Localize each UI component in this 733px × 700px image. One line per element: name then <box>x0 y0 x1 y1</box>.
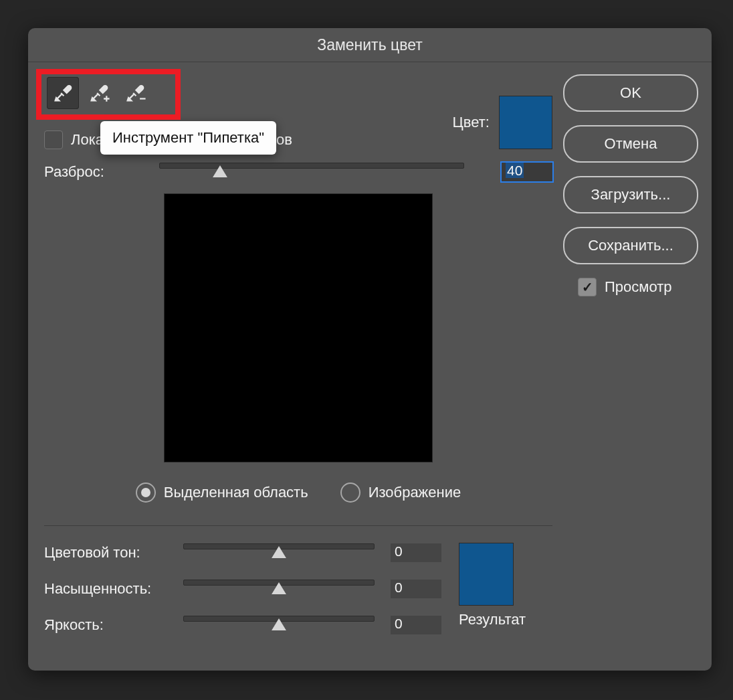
radio-image-indicator <box>340 483 360 503</box>
load-button[interactable]: Загрузить... <box>563 176 698 213</box>
radio-selection-indicator <box>136 483 156 503</box>
eyedropper-subtract-tool[interactable] <box>119 77 151 109</box>
hue-thumb[interactable] <box>272 546 286 558</box>
hue-slider[interactable] <box>183 543 375 562</box>
lightness-label: Яркость: <box>44 616 183 634</box>
fuzziness-slider[interactable] <box>159 163 464 181</box>
result-color-swatch[interactable] <box>459 543 514 606</box>
fuzziness-label: Разброс: <box>44 163 159 181</box>
result-label: Результат <box>459 611 559 628</box>
eyedropper-icon <box>51 82 74 104</box>
preview-checkbox-label: Просмотр <box>605 278 671 296</box>
lightness-thumb[interactable] <box>272 618 286 630</box>
lightness-slider[interactable] <box>183 616 375 634</box>
saturation-slider[interactable] <box>183 580 375 598</box>
eyedropper-minus-icon <box>124 82 146 104</box>
save-button[interactable]: Сохранить... <box>563 227 698 264</box>
eyedropper-add-tool[interactable] <box>83 77 115 109</box>
localized-clusters-checkbox[interactable] <box>44 130 63 149</box>
eyedropper-tooltip: Инструмент "Пипетка" <box>100 121 276 155</box>
hue-field[interactable]: 0 <box>391 543 441 562</box>
preview-checkbox[interactable]: ✓ <box>578 278 597 296</box>
ok-button[interactable]: OK <box>563 74 698 112</box>
fuzziness-thumb[interactable] <box>213 165 227 177</box>
lightness-field[interactable]: 0 <box>391 616 441 634</box>
radio-image[interactable]: Изображение <box>340 483 461 503</box>
replace-color-dialog[interactable]: Заменить цвет <box>28 28 712 671</box>
eyedropper-tool[interactable] <box>47 77 79 109</box>
cancel-button[interactable]: Отмена <box>563 125 698 163</box>
radio-selection-label: Выделенная область <box>164 484 308 501</box>
saturation-field[interactable]: 0 <box>391 580 441 598</box>
saturation-label: Насыщенность: <box>44 580 183 598</box>
hue-label: Цветовой тон: <box>44 544 183 561</box>
radio-image-label: Изображение <box>369 484 461 501</box>
selection-color-label: Цвет: <box>453 114 490 131</box>
radio-selection[interactable]: Выделенная область <box>136 483 308 503</box>
fuzziness-field[interactable]: 40 <box>502 163 552 181</box>
selection-preview <box>164 193 433 462</box>
saturation-thumb[interactable] <box>272 582 286 594</box>
section-divider <box>44 525 552 526</box>
eyedropper-plus-icon <box>88 82 110 104</box>
dialog-title: Заменить цвет <box>28 28 712 62</box>
selection-color-swatch[interactable] <box>499 96 552 149</box>
